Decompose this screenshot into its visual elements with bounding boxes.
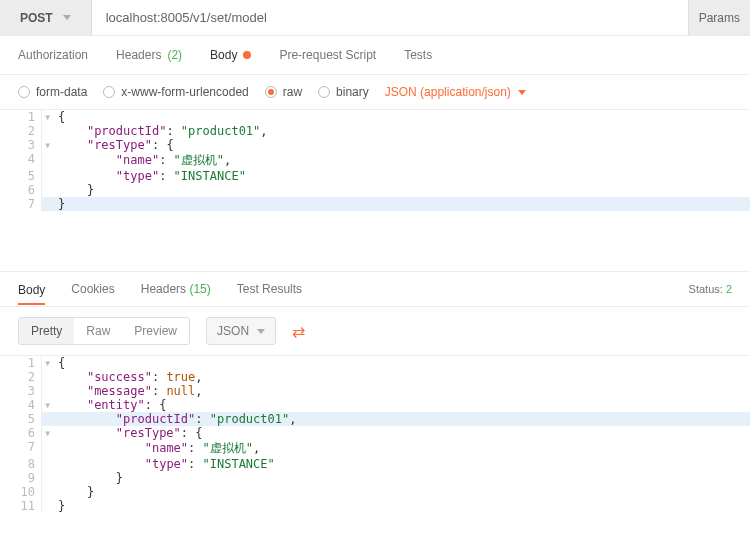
tab-headers[interactable]: Headers (2)	[116, 48, 182, 62]
params-button[interactable]: Params	[688, 0, 750, 35]
response-tab-headers[interactable]: Headers (15)	[141, 282, 211, 296]
tab-headers-count: (2)	[167, 48, 182, 62]
request-body-editor[interactable]: 1▾{ 2 "productId": "product01", 3▾ "resT…	[0, 109, 750, 271]
response-tab-body[interactable]: Body	[18, 283, 45, 305]
chevron-down-icon	[257, 329, 265, 334]
tab-body[interactable]: Body	[210, 48, 251, 62]
view-raw-button[interactable]: Raw	[74, 318, 122, 344]
view-pretty-button[interactable]: Pretty	[19, 318, 74, 344]
tab-body-label: Body	[210, 48, 237, 62]
content-type-label: JSON (application/json)	[385, 85, 511, 99]
tab-headers-label: Headers	[116, 48, 161, 62]
response-body-viewer[interactable]: 1▾{ 2 "success": true, 3 "message": null…	[0, 355, 750, 523]
response-tab-cookies[interactable]: Cookies	[71, 282, 114, 296]
chevron-down-icon	[518, 90, 526, 95]
body-type-binary[interactable]: binary	[318, 85, 369, 99]
unsaved-dot-icon	[243, 51, 251, 59]
body-type-raw[interactable]: raw	[265, 85, 302, 99]
response-view-segment: Pretty Raw Preview	[18, 317, 190, 345]
url-input[interactable]	[92, 0, 688, 35]
http-method-label: POST	[20, 11, 53, 25]
response-tab-test-results[interactable]: Test Results	[237, 282, 302, 296]
content-type-selector[interactable]: JSON (application/json)	[385, 85, 526, 99]
http-method-selector[interactable]: POST	[0, 0, 92, 35]
body-type-urlencoded[interactable]: x-www-form-urlencoded	[103, 85, 248, 99]
wrap-lines-icon[interactable]: ⇄	[292, 322, 305, 341]
response-status: Status: 2	[689, 283, 732, 295]
body-type-form-data[interactable]: form-data	[18, 85, 87, 99]
tab-prerequest[interactable]: Pre-request Script	[279, 48, 376, 62]
tab-tests[interactable]: Tests	[404, 48, 432, 62]
tab-authorization[interactable]: Authorization	[18, 48, 88, 62]
chevron-down-icon	[63, 15, 71, 20]
view-preview-button[interactable]: Preview	[122, 318, 189, 344]
response-format-selector[interactable]: JSON	[206, 317, 276, 345]
